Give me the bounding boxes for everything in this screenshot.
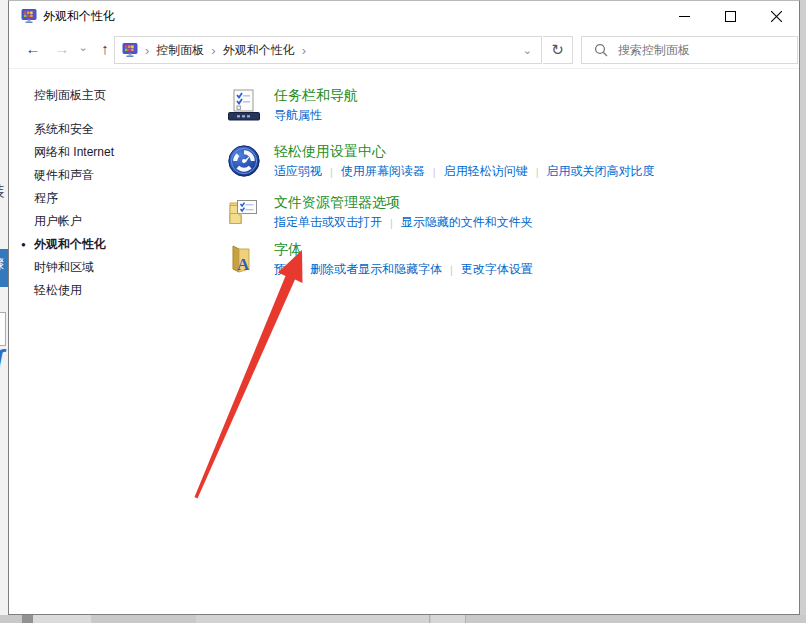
close-button[interactable] (753, 1, 799, 31)
forward-button[interactable]: → (52, 40, 72, 57)
sidebar-item-user-accounts[interactable]: 用户帐户 (34, 210, 219, 233)
recent-pages-dropdown[interactable]: ⌄ (76, 41, 90, 54)
sidebar-item-network-internet[interactable]: 网络和 Internet (34, 141, 219, 164)
sidebar-item-programs[interactable]: 程序 (34, 187, 219, 210)
category-taskbar-navigation: 任务栏和导航 导航属性 (228, 87, 358, 124)
task-link-easy-access-keys[interactable]: 启用轻松访问键 (444, 163, 528, 180)
category-title-fonts[interactable]: 字体 (274, 241, 533, 258)
control-panel-icon (21, 8, 37, 24)
control-panel-window: 外观和个性化 ← → ⌄ ↑ (8, 0, 800, 615)
file-explorer-options-icon (228, 196, 260, 228)
breadcrumb-chevron-icon[interactable]: › (211, 43, 215, 58)
task-link-optimize-visual[interactable]: 适应弱视 (274, 163, 322, 180)
task-link-show-hidden-files[interactable]: 显示隐藏的文件和文件夹 (401, 214, 533, 231)
background-bottom-segment (196, 615, 430, 623)
minimize-button[interactable] (661, 1, 707, 31)
search-icon (594, 43, 608, 57)
sidebar-item-appearance-personalization[interactable]: ● 外观和个性化 (34, 233, 219, 256)
titlebar[interactable]: 外观和个性化 (9, 1, 799, 31)
link-separator: | (433, 166, 436, 178)
sidebar-item-home[interactable]: 控制面板主页 (34, 87, 219, 104)
background-logo-fragment: ʃ (0, 344, 3, 375)
sidebar-item-label: 外观和个性化 (34, 237, 106, 251)
svg-text:A: A (237, 255, 250, 274)
background-window-left-strip: 装 骤 ʃ (0, 0, 8, 615)
taskbar-navigation-icon (228, 89, 260, 121)
task-link-single-double-click[interactable]: 指定单击或双击打开 (274, 214, 382, 231)
control-panel-icon (122, 42, 138, 58)
breadcrumb-appearance[interactable]: 外观和个性化 (223, 42, 295, 59)
task-link-change-font-settings[interactable]: 更改字体设置 (461, 261, 533, 278)
category-file-explorer-options: 文件资源管理器选项 指定单击或双击打开 | 显示隐藏的文件和文件夹 (228, 194, 533, 231)
breadcrumb-control-panel[interactable]: 控制面板 (156, 42, 204, 59)
background-bottom-strip (0, 615, 806, 623)
sidebar-item-ease-of-access[interactable]: 轻松使用 (34, 279, 219, 302)
link-separator: | (450, 264, 453, 276)
address-dropdown-icon[interactable]: ⌄ (523, 44, 532, 57)
maximize-button[interactable] (707, 1, 753, 31)
sidebar-item-system-security[interactable]: 系统和安全 (34, 118, 219, 141)
task-link-preview-delete-fonts[interactable]: 预览、删除或者显示和隐藏字体 (274, 261, 442, 278)
task-link-high-contrast[interactable]: 启用或关闭高对比度 (547, 163, 655, 180)
category-title-file-explorer-options[interactable]: 文件资源管理器选项 (274, 194, 533, 211)
refresh-button[interactable]: ↻ (543, 36, 573, 64)
task-link-navigation-properties[interactable]: 导航属性 (274, 107, 322, 124)
background-selected-item-fragment: 骤 (0, 249, 8, 287)
address-bar[interactable]: › 控制面板 › 外观和个性化 › ⌄ (114, 36, 542, 64)
background-bottom-segment (431, 615, 466, 623)
search-box[interactable] (581, 36, 798, 64)
category-ease-of-access-center: 轻松使用设置中心 适应弱视 | 使用屏幕阅读器 | 启用轻松访问键 | 启用或关… (228, 143, 655, 180)
ease-of-access-icon (228, 145, 260, 177)
background-button-fragment (0, 312, 6, 346)
back-button[interactable]: ← (23, 40, 43, 57)
category-title-ease-of-access[interactable]: 轻松使用设置中心 (274, 143, 655, 160)
close-icon (771, 11, 782, 22)
category-fonts: A 字体 预览、删除或者显示和隐藏字体 | 更改字体设置 (228, 241, 533, 278)
maximize-icon (725, 11, 736, 22)
link-separator: | (536, 166, 539, 178)
active-item-bullet: ● (21, 233, 26, 256)
navigation-toolbar: ← → ⌄ ↑ › 控制面板 › 外观和个性化 › ⌄ ↻ (9, 31, 799, 69)
sidebar-item-hardware-sound[interactable]: 硬件和声音 (34, 164, 219, 187)
category-title-taskbar[interactable]: 任务栏和导航 (274, 87, 358, 104)
background-bottom-segment (22, 615, 33, 623)
search-input[interactable] (618, 43, 778, 57)
sidebar: 控制面板主页 系统和安全 网络和 Internet 硬件和声音 程序 用户帐户 … (34, 87, 219, 302)
sidebar-item-clock-region[interactable]: 时钟和区域 (34, 256, 219, 279)
breadcrumb-chevron-icon[interactable]: › (302, 43, 306, 58)
minimize-icon (679, 11, 690, 22)
task-link-screen-reader[interactable]: 使用屏幕阅读器 (341, 163, 425, 180)
breadcrumb-chevron-icon: › (145, 43, 149, 58)
up-button[interactable]: ↑ (95, 40, 115, 57)
link-separator: | (330, 166, 333, 178)
fonts-icon: A (228, 243, 260, 275)
link-separator: | (390, 217, 393, 229)
background-bottom-segment (33, 615, 91, 623)
background-fragment-text: 骤 (0, 255, 4, 273)
background-fragment-text: 装 (0, 183, 5, 201)
window-title: 外观和个性化 (43, 8, 115, 25)
